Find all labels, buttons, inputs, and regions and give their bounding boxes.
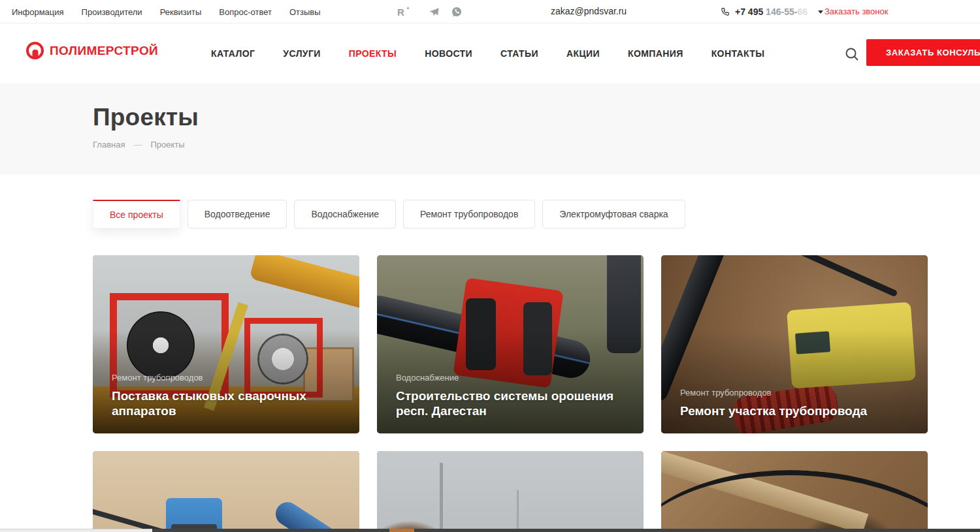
card-caption: Ремонт трубопроводов Поставка стыковых с… [93,373,359,433]
logo[interactable]: ПОЛИМЕРСТРОЙ [26,42,158,59]
nav-item-news[interactable]: НОВОСТИ [425,48,472,59]
photo-shape [377,451,644,532]
bottom-edge-strip [0,529,980,532]
rutube-dot [407,7,409,9]
project-card[interactable]: Ремонт трубопроводов Поставка стыковых с… [93,255,359,433]
logo-icon [26,42,44,59]
card-caption: Водоснабжение Строительство системы орош… [377,373,644,433]
topbar: Информация Производители Реквизиты Вопро… [0,0,980,23]
filter-water-disposal[interactable]: Водоотведение [188,200,287,228]
project-filters: Все проекты Водоотведение Водоснабжение … [93,200,980,228]
project-category: Ремонт трубопроводов [112,373,340,383]
topbar-link-faq[interactable]: Вопрос-ответ [219,7,272,17]
breadcrumb-separator: — [133,140,142,149]
filter-water-supply[interactable]: Водоснабжение [294,200,396,228]
page-title: Проекты [93,104,980,131]
filter-electrofusion-welding[interactable]: Электромуфтовая сварка [542,200,685,228]
project-photo [661,451,928,532]
breadcrumb-home[interactable]: Главная [93,140,125,149]
filter-all-projects[interactable]: Все проекты [93,200,180,228]
topbar-link-reviews[interactable]: Отзывы [289,7,321,17]
callback-link[interactable]: Заказать звонок [825,7,888,16]
nav-item-services[interactable]: УСЛУГИ [283,48,320,59]
chevron-down-icon[interactable] [818,10,823,14]
nav-item-company[interactable]: КОМПАНИЯ [628,48,683,59]
phone-block[interactable]: +7 495 146-55-66 [721,0,823,23]
rutube-icon[interactable]: R [397,7,404,17]
email-link[interactable]: zakaz@pndsvar.ru [551,6,627,16]
project-card[interactable] [93,451,359,532]
projects-grid: Ремонт трубопроводов Поставка стыковых с… [93,255,928,532]
nav-item-catalog[interactable]: КАТАЛОГ [211,48,255,59]
breadcrumb: Главная — Проекты [93,140,980,149]
nav-item-promotions[interactable]: АКЦИИ [566,48,600,59]
page-head: Проекты Главная — Проекты [0,84,980,174]
topbar-link-manufacturers[interactable]: Производители [82,7,142,17]
project-photo [377,451,644,532]
bottom-edge-orange-segment [389,529,414,532]
whatsapp-icon[interactable] [451,6,463,18]
phone-number: +7 495 146-55-66 [735,6,808,18]
social-links: R [397,0,463,23]
bottom-edge-light-segment [0,529,152,532]
logo-text: ПОЛИМЕРСТРОЙ [50,44,158,58]
project-card[interactable]: Ремонт трубопроводов Ремонт участка труб… [661,255,928,433]
main-header: ПОЛИМЕРСТРОЙ КАТАЛОГ УСЛУГИ ПРОЕКТЫ НОВО… [0,23,980,84]
topbar-link-requisites[interactable]: Реквизиты [160,7,202,17]
project-card[interactable]: Водоснабжение Строительство системы орош… [377,255,644,433]
card-caption: Ремонт трубопроводов Ремонт участка труб… [661,388,928,433]
project-title: Строительство системы орошения респ. Даг… [396,388,625,418]
project-card[interactable] [661,451,928,532]
photo-shape [440,463,443,532]
search-icon[interactable] [844,46,860,62]
telegram-icon[interactable] [429,7,440,18]
topbar-link-info[interactable]: Информация [12,7,64,17]
project-category: Ремонт трубопроводов [680,388,909,398]
nav-item-articles[interactable]: СТАТЬИ [500,48,538,59]
breadcrumb-current: Проекты [150,140,184,149]
project-title: Поставка стыковых сварочных аппаратов [112,388,340,418]
project-category: Водоснабжение [396,373,625,383]
main-nav: КАТАЛОГ УСЛУГИ ПРОЕКТЫ НОВОСТИ СТАТЬИ АК… [211,23,764,84]
project-title: Ремонт участка трубопровода [680,403,909,418]
order-consultation-button[interactable]: ЗАКАЗАТЬ КОНСУЛЬТАЦИЮ [866,39,980,66]
filter-pipeline-repair[interactable]: Ремонт трубопроводов [403,200,535,228]
photo-shape [271,497,359,532]
topbar-links: Информация Производители Реквизиты Вопро… [12,0,321,23]
nav-item-contacts[interactable]: КОНТАКТЫ [711,48,765,59]
project-photo [93,451,359,532]
photo-shape [517,490,519,532]
project-card[interactable] [377,451,644,532]
nav-item-projects[interactable]: ПРОЕКТЫ [349,48,397,59]
phone-icon [721,7,730,16]
